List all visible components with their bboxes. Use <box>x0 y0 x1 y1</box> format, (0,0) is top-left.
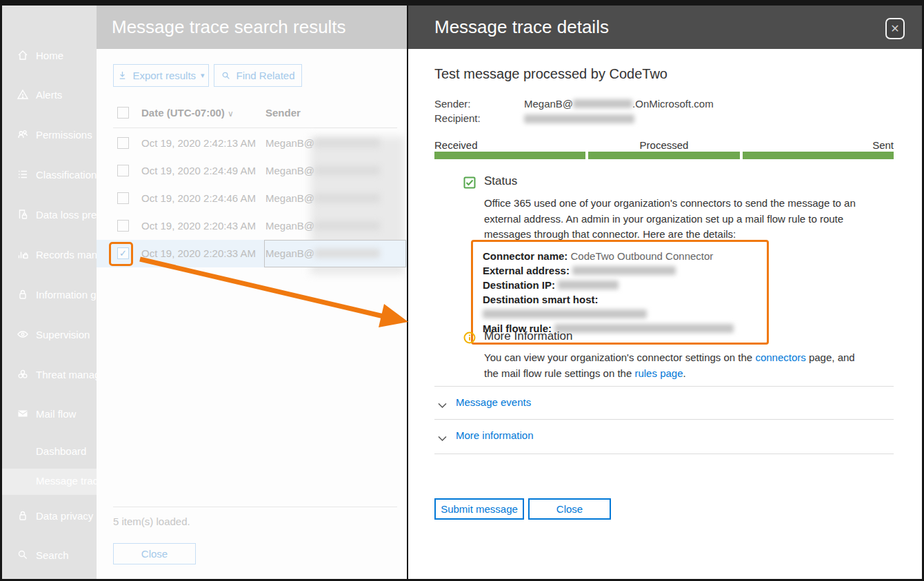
redacted-text <box>554 324 734 333</box>
table-row[interactable]: Oct 19, 2020 2:24:49 AM MeganB@ <box>97 157 407 185</box>
caret-down-icon: ▾ <box>201 71 205 80</box>
rules-page-link[interactable]: rules page <box>634 367 683 379</box>
row-date: Oct 19, 2020 2:20:43 AM <box>141 212 256 240</box>
detail-line: Destination smart host: <box>483 292 757 321</box>
sidebar-item-supervision[interactable]: Supervision <box>2 324 97 345</box>
document-lock-icon <box>17 208 29 221</box>
detail-line: External address: <box>483 263 757 278</box>
sidebar-item-label: Permissions <box>36 129 92 141</box>
table-row[interactable]: Oct 19, 2020 2:20:43 AM MeganB@ <box>97 212 407 240</box>
redacted-text <box>558 281 619 289</box>
section-divider <box>434 386 894 387</box>
sidebar-item-classification[interactable]: Classification <box>2 164 97 185</box>
message-subject: Test message processed by CodeTwo <box>434 66 667 82</box>
sidebar-item-label: Search <box>36 549 69 561</box>
sidebar-item-label: Classification <box>36 169 97 181</box>
row-sender: MeganB@ <box>265 157 380 185</box>
search-icon <box>17 549 29 561</box>
details-close-button[interactable]: Close <box>528 498 611 520</box>
sidebar-item-label: Supervision <box>36 329 90 340</box>
message-trace-window: Home Alerts Permissions Classification D… <box>0 0 924 581</box>
recipient-value <box>524 113 634 125</box>
sidebar-item-information-governance[interactable]: Information g <box>2 284 97 305</box>
more-information-heading: More Information <box>484 329 573 343</box>
connectors-link[interactable]: connectors <box>755 351 805 363</box>
info-text: You can view your organization's connect… <box>484 351 755 363</box>
row-sender: MeganB@ <box>265 185 380 212</box>
sidebar-item-label: Message trace <box>36 475 97 487</box>
submit-message-label: Submit message <box>441 503 518 515</box>
row-checkbox[interactable] <box>117 192 129 204</box>
table-row[interactable]: Oct 19, 2020 2:42:13 AM MeganB@ <box>97 130 407 157</box>
annotation-highlight-ring <box>109 242 133 266</box>
progress-bar <box>434 152 894 159</box>
progress-segment <box>743 152 894 159</box>
row-date: Oct 19, 2020 2:42:13 AM <box>141 130 256 157</box>
lock-icon <box>17 509 29 522</box>
mail-icon <box>17 407 29 420</box>
message-trace-details-panel: Message trace details ✕ Test message pro… <box>407 6 922 579</box>
lock-icon <box>17 288 29 300</box>
sidebar-item-home[interactable]: Home <box>2 45 97 65</box>
sidebar-item-threat-management[interactable]: Threat manag <box>2 364 97 385</box>
sidebar-item-records-management[interactable]: Records mana <box>2 244 97 265</box>
table-row[interactable]: Oct 19, 2020 2:24:46 AM MeganB@ <box>97 185 407 212</box>
row-checkbox[interactable] <box>117 137 129 149</box>
sidebar-item-mail-flow[interactable]: Mail flow <box>2 403 97 424</box>
sidebar-item-data-loss-prevention[interactable]: Data loss prev <box>2 204 97 225</box>
more-information-expander[interactable]: More information <box>438 429 534 441</box>
selected-sender-focus-outline <box>264 240 406 267</box>
stage-sent: Sent <box>741 139 894 151</box>
classification-icon <box>17 168 29 181</box>
submit-message-button[interactable]: Submit message <box>434 498 524 520</box>
more-information-label: More information <box>456 429 534 441</box>
row-date: Oct 19, 2020 2:24:49 AM <box>141 157 256 185</box>
redacted-text <box>314 194 380 203</box>
message-events-expander[interactable]: Message events <box>438 396 531 408</box>
close-icon[interactable]: ✕ <box>885 18 905 39</box>
results-panel-title: Message trace search results <box>97 6 407 49</box>
row-checkbox[interactable] <box>117 165 129 176</box>
column-header-date[interactable]: Date (UTC-07:00) ∨ <box>141 107 234 119</box>
info-icon <box>463 332 476 344</box>
progress-segment <box>434 152 585 159</box>
sidebar-item-permissions[interactable]: Permissions <box>2 124 97 145</box>
detail-line: Connector name: CodeTwo Outbound Connect… <box>483 249 757 263</box>
biohazard-icon <box>17 368 29 380</box>
row-sender: MeganB@ <box>265 130 380 157</box>
results-close-button[interactable]: Close <box>113 543 196 564</box>
details-panel-title: Message trace details <box>434 6 609 49</box>
row-checkbox[interactable] <box>117 220 129 232</box>
items-loaded-status: 5 item(s) loaded. <box>113 516 190 527</box>
alert-icon <box>17 88 29 101</box>
progress-stage-labels: Received Processed Sent <box>434 139 894 151</box>
redacted-text <box>524 114 634 123</box>
sidebar-item-label: Alerts <box>36 89 62 101</box>
status-body: Office 365 used one of your organization… <box>484 196 872 243</box>
sidebar-item-label: Dashboard <box>36 445 86 457</box>
home-icon <box>17 49 29 61</box>
status-heading: Status <box>484 174 517 188</box>
sidebar-item-message-trace[interactable]: Message trace <box>2 470 97 491</box>
sender-label: Sender: <box>434 98 471 110</box>
column-header-sender[interactable]: Sender <box>265 107 301 119</box>
redacted-text <box>572 266 676 275</box>
find-related-label: Find Related <box>236 70 294 81</box>
sidebar-item-alerts[interactable]: Alerts <box>2 84 97 105</box>
detail-line: Destination IP: <box>483 278 757 292</box>
eye-icon <box>17 328 29 340</box>
download-icon <box>117 70 128 81</box>
sidebar-item-label: Home <box>36 50 63 61</box>
redacted-text <box>314 221 380 230</box>
chevron-down-icon <box>438 432 447 438</box>
redacted-text <box>314 166 380 175</box>
row-date: Oct 19, 2020 2:24:46 AM <box>141 185 256 212</box>
find-related-button[interactable]: Find Related <box>214 64 302 87</box>
export-results-button[interactable]: Export results ▾ <box>113 64 209 87</box>
sidebar-item-dashboard[interactable]: Dashboard <box>2 440 97 461</box>
sidebar-item-search[interactable]: Search <box>2 544 97 565</box>
sidebar-item-data-privacy[interactable]: Data privacy <box>2 505 97 526</box>
sidebar-item-label: Mail flow <box>36 408 76 420</box>
info-text: . <box>683 367 686 379</box>
select-all-checkbox[interactable] <box>117 107 129 119</box>
